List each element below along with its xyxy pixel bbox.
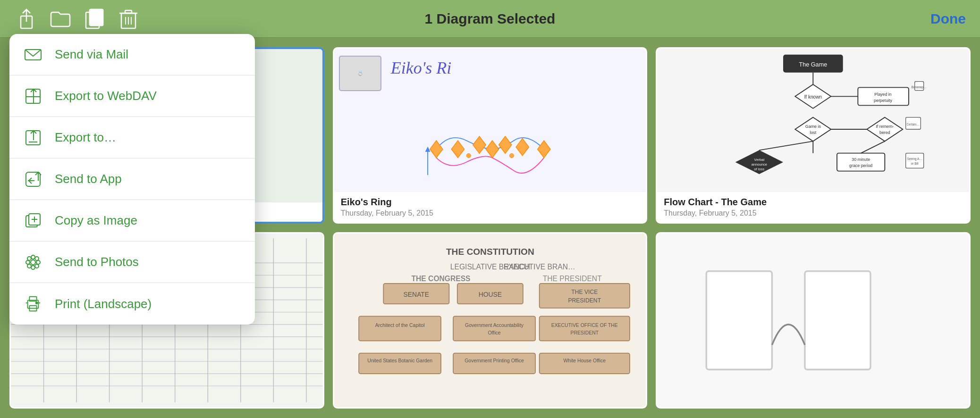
svg-point-151 <box>35 264 39 268</box>
svg-rect-124 <box>539 353 629 374</box>
toolbar: 1 Diagram Selected Done <box>0 0 980 38</box>
diagram-card-eiko[interactable]: 💍 Eiko's Ri <box>333 47 648 224</box>
svg-marker-50 <box>867 117 903 142</box>
menu-item-webdav[interactable]: Export to WebDAV <box>9 75 255 117</box>
mail-icon <box>23 44 43 65</box>
share-button[interactable] <box>14 7 39 31</box>
card-info-eiko: Eiko's Ring Thursday, February 5, 2015 <box>334 192 646 222</box>
eiko-network-svg <box>334 106 646 192</box>
card-preview-eiko: 💍 Eiko's Ri <box>334 49 646 192</box>
card-preview-flow: The Game If known Played in perpetuity B… <box>657 49 969 192</box>
svg-text:30 minute: 30 minute <box>852 157 870 162</box>
svg-text:HOUSE: HOUSE <box>478 291 501 298</box>
svg-rect-63 <box>906 153 924 168</box>
svg-text:bered: bered <box>879 130 890 135</box>
svg-rect-128 <box>805 271 870 370</box>
card-title-flow: Flow Chart - The Game <box>664 197 963 208</box>
menu-item-send-photos[interactable]: Send to Photos <box>9 242 255 283</box>
svg-point-148 <box>27 257 31 260</box>
ring-image: 💍 <box>339 56 381 91</box>
svg-text:EXECUTIVE OFFICE OF THE: EXECUTIVE OFFICE OF THE <box>551 323 617 328</box>
svg-marker-28 <box>473 136 486 153</box>
svg-text:The Game: The Game <box>799 61 828 68</box>
toolbar-title: 1 Diagram Selected <box>425 11 556 27</box>
svg-text:Architect of the Capitol: Architect of the Capitol <box>375 323 424 328</box>
menu-label-send-mail: Send via Mail <box>55 47 128 62</box>
svg-text:THE VICE: THE VICE <box>571 289 598 295</box>
svg-rect-114 <box>453 316 535 341</box>
svg-point-145 <box>31 266 35 269</box>
svg-text:SENATE: SENATE <box>403 291 429 298</box>
svg-rect-122 <box>453 353 535 374</box>
svg-marker-47 <box>795 117 831 142</box>
card-preview-wireframe <box>657 234 969 407</box>
svg-point-144 <box>31 255 35 259</box>
menu-item-send-app[interactable]: Send to App <box>9 159 255 200</box>
svg-rect-112 <box>359 316 441 341</box>
svg-text:THE CONSTITUTION: THE CONSTITUTION <box>446 247 534 257</box>
card-preview-constitution: THE CONSTITUTION LEGISLATIVE BRANCH THE … <box>334 234 646 407</box>
menu-label-copy-image: Copy as Image <box>55 213 137 228</box>
svg-point-146 <box>26 260 30 264</box>
webdav-icon <box>23 86 43 107</box>
card-title-eiko: Eiko's Ring <box>341 197 640 208</box>
svg-marker-27 <box>451 141 464 158</box>
svg-rect-60 <box>837 153 885 171</box>
toolbar-icons <box>14 7 141 31</box>
dropdown-menu: Send via Mail Export to WebDAV Export to… <box>9 34 255 325</box>
svg-text:lost: lost <box>810 130 817 135</box>
svg-point-34 <box>509 153 514 158</box>
svg-rect-127 <box>707 271 772 370</box>
duplicate-button[interactable] <box>82 7 107 31</box>
svg-text:THE PRESIDENT: THE PRESIDENT <box>542 275 601 283</box>
svg-point-157 <box>36 302 38 304</box>
menu-label-print: Print (Landscape) <box>55 297 152 311</box>
app-icon <box>23 169 43 190</box>
svg-text:Played in: Played in <box>875 92 892 97</box>
svg-text:Government Accountability: Government Accountability <box>465 323 524 328</box>
eiko-script-title: Eiko's Ri <box>391 58 452 78</box>
wireframe-svg <box>657 234 969 407</box>
svg-text:United States Botanic Garden: United States Botanic Garden <box>367 358 432 363</box>
diagram-card-wireframe[interactable] <box>656 232 971 409</box>
svg-rect-120 <box>359 353 441 374</box>
menu-item-send-mail[interactable]: Send via Mail <box>9 34 255 75</box>
svg-text:THE CONGRESS: THE CONGRESS <box>411 275 470 283</box>
svg-line-68 <box>861 141 885 153</box>
trash-button[interactable] <box>116 7 141 31</box>
constitution-svg: THE CONSTITUTION LEGISLATIVE BRANCH THE … <box>334 234 646 407</box>
diagram-card-constitution[interactable]: THE CONSTITUTION LEGISLATIVE BRANCH THE … <box>333 232 648 409</box>
svg-text:Verbal: Verbal <box>754 158 765 162</box>
svg-point-150 <box>27 264 31 268</box>
svg-text:EXECUTIVE BRAN…: EXECUTIVE BRAN… <box>503 263 575 271</box>
menu-item-copy-image[interactable]: Copy as Image <box>9 200 255 242</box>
svg-rect-109 <box>539 284 629 308</box>
svg-text:White House Office: White House Office <box>563 358 606 363</box>
menu-label-webdav: Export to WebDAV <box>55 89 157 103</box>
done-button[interactable]: Done <box>930 11 966 27</box>
svg-point-147 <box>36 260 40 264</box>
copy-image-icon <box>23 210 43 231</box>
menu-item-export[interactable]: Export to… <box>9 117 255 159</box>
card-date-eiko: Thursday, February 5, 2015 <box>341 209 640 217</box>
menu-label-send-app: Send to App <box>55 172 122 186</box>
svg-rect-8 <box>125 10 132 13</box>
export-icon <box>23 127 43 148</box>
svg-rect-117 <box>539 316 629 341</box>
svg-text:Office: Office <box>488 330 500 335</box>
svg-text:or Bill: or Bill <box>911 162 919 165</box>
svg-marker-30 <box>498 136 511 153</box>
svg-text:perpetuity: perpetuity <box>874 98 892 103</box>
svg-text:PRESIDENT: PRESIDENT <box>568 297 601 304</box>
folder-button[interactable] <box>48 7 73 31</box>
svg-text:Certain…: Certain… <box>907 123 920 126</box>
menu-label-export: Export to… <box>55 130 116 145</box>
menu-item-print[interactable]: Print (Landscape) <box>9 283 255 325</box>
svg-text:announce: announce <box>752 162 767 167</box>
diagram-card-flowchart[interactable]: The Game If known Played in perpetuity B… <box>656 47 971 224</box>
svg-text:Government Printing Office: Government Printing Office <box>465 358 524 363</box>
svg-marker-32 <box>537 141 550 158</box>
flowchart-svg: The Game If known Played in perpetuity B… <box>657 49 969 192</box>
svg-text:Bananap…: Bananap… <box>912 85 927 89</box>
card-date-flow: Thursday, February 5, 2015 <box>664 209 963 217</box>
